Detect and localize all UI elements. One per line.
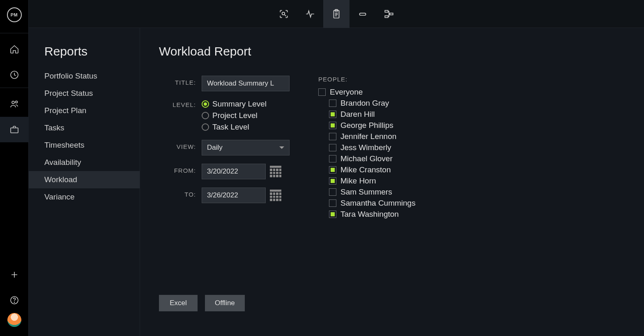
clock-icon bbox=[9, 70, 19, 80]
radio-task-level[interactable]: Task Level bbox=[202, 123, 267, 132]
everyone-label: Everyone bbox=[330, 88, 363, 97]
person-label: Mike Horn bbox=[340, 176, 376, 185]
person-label: Brandon Gray bbox=[340, 99, 389, 108]
label-view: VIEW: bbox=[159, 140, 202, 150]
tool-activity[interactable] bbox=[297, 0, 323, 28]
radio-label: Task Level bbox=[212, 123, 249, 132]
svg-rect-10 bbox=[385, 10, 388, 12]
nav-team[interactable] bbox=[0, 91, 29, 117]
report-panel: Workload Report TITLE: LEVEL: Summary Le… bbox=[140, 28, 644, 336]
top-toolbar bbox=[29, 0, 644, 28]
plus-icon bbox=[9, 270, 19, 280]
nav-recent[interactable] bbox=[0, 62, 29, 88]
person-label: Jess Wimberly bbox=[340, 143, 391, 152]
sidebar-item-variance[interactable]: Variance bbox=[29, 188, 140, 206]
checkbox-everyone[interactable]: Everyone bbox=[318, 88, 416, 97]
from-calendar-icon[interactable] bbox=[270, 166, 281, 177]
check-indicator bbox=[329, 211, 336, 218]
sidebar-title: Reports bbox=[29, 44, 140, 67]
radio-indicator bbox=[202, 123, 209, 131]
view-value: Daily bbox=[207, 144, 223, 152]
person-label: Samantha Cummings bbox=[340, 199, 416, 208]
checkbox-tara-washington[interactable]: Tara Washington bbox=[329, 210, 416, 219]
home-icon bbox=[9, 44, 19, 54]
check-indicator bbox=[329, 188, 336, 196]
check-indicator bbox=[329, 166, 336, 174]
sidebar-item-timesheets[interactable]: Timesheets bbox=[29, 137, 140, 154]
sidebar-item-availability[interactable]: Availability bbox=[29, 154, 140, 171]
person-label: Mike Cranston bbox=[340, 165, 391, 174]
checkbox-george-phillips[interactable]: George Phillips bbox=[329, 121, 416, 130]
checkbox-daren-hill[interactable]: Daren Hill bbox=[329, 110, 416, 119]
nav-add[interactable] bbox=[0, 262, 29, 287]
radio-summary-level[interactable]: Summary Level bbox=[202, 100, 267, 109]
flow-icon bbox=[384, 9, 394, 19]
briefcase-icon bbox=[9, 125, 19, 134]
svg-rect-3 bbox=[11, 128, 18, 133]
title-input[interactable] bbox=[202, 76, 290, 91]
to-date-input[interactable] bbox=[202, 188, 266, 203]
tool-clipboard[interactable] bbox=[323, 0, 350, 28]
tool-flow[interactable] bbox=[376, 0, 402, 28]
label-title: TITLE: bbox=[159, 76, 202, 86]
sidebar-item-project-plan[interactable]: Project Plan bbox=[29, 102, 140, 119]
nav-portfolio[interactable] bbox=[0, 117, 29, 142]
checkbox-michael-glover[interactable]: Michael Glover bbox=[329, 154, 416, 163]
checkbox-jennifer-lennon[interactable]: Jennifer Lennon bbox=[329, 132, 416, 141]
view-select[interactable]: Daily bbox=[202, 140, 290, 155]
svg-point-1 bbox=[12, 101, 14, 104]
check-indicator bbox=[329, 111, 336, 118]
radio-label: Summary Level bbox=[212, 100, 267, 109]
sidebar-item-workload[interactable]: Workload bbox=[29, 171, 140, 188]
clipboard-icon bbox=[331, 9, 342, 19]
checkbox-brandon-gray[interactable]: Brandon Gray bbox=[329, 99, 416, 108]
check-indicator bbox=[329, 133, 336, 140]
svg-rect-12 bbox=[385, 16, 388, 17]
sidebar-item-portfolio-status[interactable]: Portfolio Status bbox=[29, 67, 140, 85]
svg-point-6 bbox=[282, 12, 285, 15]
svg-point-2 bbox=[15, 101, 17, 103]
user-avatar[interactable] bbox=[7, 313, 21, 327]
person-label: George Phillips bbox=[340, 121, 393, 130]
nav-home[interactable] bbox=[0, 37, 29, 62]
sidebar-item-tasks[interactable]: Tasks bbox=[29, 119, 140, 137]
divider bbox=[0, 33, 28, 33]
label-people: PEOPLE: bbox=[318, 76, 416, 83]
check-indicator bbox=[329, 122, 336, 129]
svg-rect-9 bbox=[359, 13, 366, 15]
checkbox-mike-horn[interactable]: Mike Horn bbox=[329, 176, 416, 185]
checkbox-jess-wimberly[interactable]: Jess Wimberly bbox=[329, 143, 416, 152]
app-logo[interactable]: PM bbox=[7, 7, 22, 22]
excel-button[interactable]: Excel bbox=[159, 295, 198, 311]
check-indicator bbox=[329, 199, 336, 207]
report-title: Workload Report bbox=[159, 44, 644, 58]
from-date-input[interactable] bbox=[202, 164, 266, 179]
divider bbox=[0, 88, 28, 88]
tool-link[interactable] bbox=[350, 0, 376, 28]
label-from: FROM: bbox=[159, 164, 202, 174]
radio-label: Project Level bbox=[212, 111, 258, 120]
scan-icon bbox=[278, 9, 289, 19]
svg-rect-11 bbox=[390, 13, 393, 14]
label-to: TO: bbox=[159, 188, 202, 198]
reports-sidebar: Reports Portfolio StatusProject StatusPr… bbox=[29, 28, 140, 336]
checkbox-sam-summers[interactable]: Sam Summers bbox=[329, 188, 416, 197]
offline-button[interactable]: Offline bbox=[205, 295, 245, 311]
person-label: Jennifer Lennon bbox=[340, 132, 396, 141]
person-label: Tara Washington bbox=[340, 210, 399, 219]
to-calendar-icon[interactable] bbox=[270, 190, 281, 201]
activity-icon bbox=[305, 9, 315, 19]
svg-point-5 bbox=[14, 302, 14, 302]
radio-indicator bbox=[202, 112, 209, 119]
check-indicator bbox=[329, 144, 336, 151]
label-level: LEVEL: bbox=[159, 100, 202, 108]
chevron-down-icon bbox=[279, 146, 284, 149]
tool-scan[interactable] bbox=[271, 0, 297, 28]
radio-project-level[interactable]: Project Level bbox=[202, 111, 267, 120]
checkbox-mike-cranston[interactable]: Mike Cranston bbox=[329, 165, 416, 174]
checkbox-samantha-cummings[interactable]: Samantha Cummings bbox=[329, 199, 416, 208]
nav-help[interactable] bbox=[0, 287, 29, 313]
sidebar-item-project-status[interactable]: Project Status bbox=[29, 85, 140, 102]
radio-indicator bbox=[202, 100, 209, 108]
person-label: Sam Summers bbox=[340, 188, 392, 197]
